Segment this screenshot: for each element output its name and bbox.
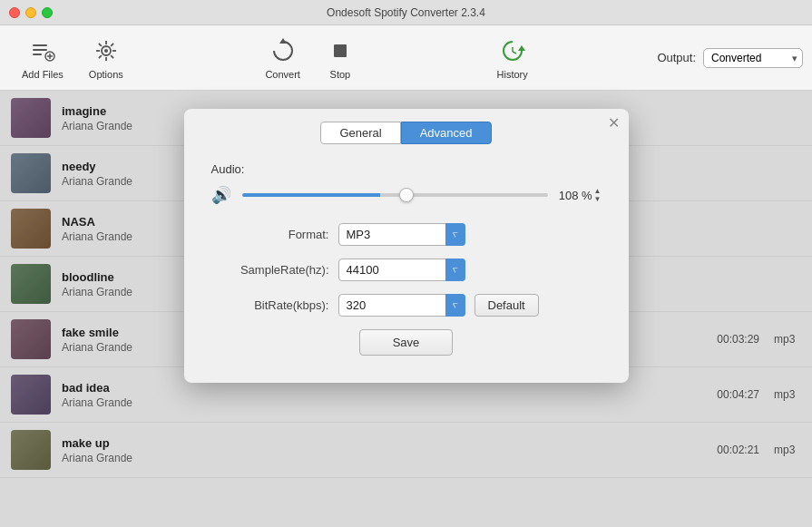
- modal-overlay: ✕ General Advanced Audio: 🔊 108 % ▲: [0, 91, 812, 527]
- stop-button[interactable]: Stop: [313, 31, 367, 85]
- samplerate-select-arrow-icon: ▾: [445, 259, 465, 281]
- close-button[interactable]: [9, 7, 20, 18]
- volume-icon: 🔊: [211, 185, 231, 205]
- svg-rect-1: [33, 49, 47, 51]
- output-section: Output: Converted: [657, 48, 803, 68]
- stop-icon: [326, 36, 355, 65]
- bitrate-row: BitRate(kbps): 320 256 192 128 ▾ Default: [211, 294, 602, 317]
- format-label: Format:: [211, 228, 329, 241]
- format-select-arrow-icon: ▾: [445, 223, 465, 246]
- format-row: Format: MP3 AAC FLAC WAV ▾: [211, 223, 602, 246]
- audio-label: Audio:: [211, 162, 602, 176]
- add-files-label: Add Files: [22, 69, 64, 80]
- svg-line-14: [111, 43, 113, 45]
- volume-value: 108 % ▲ ▼: [559, 188, 602, 203]
- history-button[interactable]: History: [484, 31, 541, 85]
- svg-line-15: [99, 55, 102, 58]
- tab-advanced[interactable]: Advanced: [401, 122, 492, 144]
- svg-point-7: [104, 49, 108, 53]
- modal-body: Audio: 🔊 108 % ▲ ▼ Format:: [184, 153, 629, 365]
- volume-slider[interactable]: [242, 193, 548, 197]
- history-label: History: [497, 69, 528, 80]
- volume-down-icon[interactable]: ▼: [594, 196, 602, 203]
- options-button[interactable]: Options: [76, 31, 136, 85]
- maximize-button[interactable]: [42, 7, 53, 18]
- bitrate-label: BitRate(kbps):: [211, 298, 329, 312]
- traffic-lights: [9, 7, 53, 18]
- window-title: Ondesoft Spotify Converter 2.3.4: [327, 6, 485, 19]
- bitrate-select-wrapper: 320 256 192 128 ▾: [338, 294, 465, 317]
- settings-modal: ✕ General Advanced Audio: 🔊 108 % ▲: [184, 109, 629, 383]
- add-files-icon: [28, 36, 57, 65]
- convert-icon: [269, 36, 298, 65]
- svg-marker-16: [279, 38, 287, 44]
- add-files-button[interactable]: Add Files: [9, 31, 76, 85]
- output-label: Output:: [657, 51, 696, 64]
- svg-line-13: [111, 55, 113, 58]
- tab-general[interactable]: General: [320, 122, 400, 144]
- modal-tabs: General Advanced: [184, 109, 629, 153]
- default-button[interactable]: Default: [474, 294, 539, 317]
- output-select-wrapper[interactable]: Converted: [703, 48, 803, 68]
- volume-spinner[interactable]: ▲ ▼: [594, 188, 602, 203]
- svg-rect-0: [33, 44, 47, 46]
- options-icon: [92, 36, 121, 65]
- volume-up-icon[interactable]: ▲: [594, 188, 602, 195]
- modal-close-button[interactable]: ✕: [608, 116, 620, 131]
- stop-label: Stop: [330, 69, 351, 80]
- main-area: imagine Ariana Grande needy Ariana Grand…: [0, 91, 812, 527]
- samplerate-label: SampleRate(hz):: [211, 263, 329, 277]
- svg-rect-17: [334, 44, 347, 57]
- bitrate-select-arrow-icon: ▾: [445, 294, 465, 317]
- history-icon: [498, 36, 527, 65]
- options-label: Options: [89, 69, 123, 80]
- svg-line-12: [99, 43, 102, 45]
- toolbar: Add Files Options: [0, 25, 812, 91]
- minimize-button[interactable]: [25, 7, 36, 18]
- samplerate-row: SampleRate(hz): 44100 22050 48000 ▾: [211, 259, 602, 281]
- svg-line-20: [513, 52, 516, 54]
- svg-rect-2: [33, 54, 42, 55]
- format-select-wrapper: MP3 AAC FLAC WAV ▾: [338, 223, 465, 246]
- svg-marker-18: [518, 45, 525, 51]
- convert-button[interactable]: Convert: [252, 31, 313, 85]
- volume-row: 🔊 108 % ▲ ▼: [211, 185, 602, 205]
- title-bar: Ondesoft Spotify Converter 2.3.4: [0, 0, 812, 25]
- save-row: Save: [211, 329, 602, 356]
- convert-label: Convert: [265, 69, 300, 80]
- save-button[interactable]: Save: [359, 329, 454, 356]
- output-select[interactable]: Converted: [703, 48, 803, 68]
- samplerate-select-wrapper: 44100 22050 48000 ▾: [338, 259, 465, 281]
